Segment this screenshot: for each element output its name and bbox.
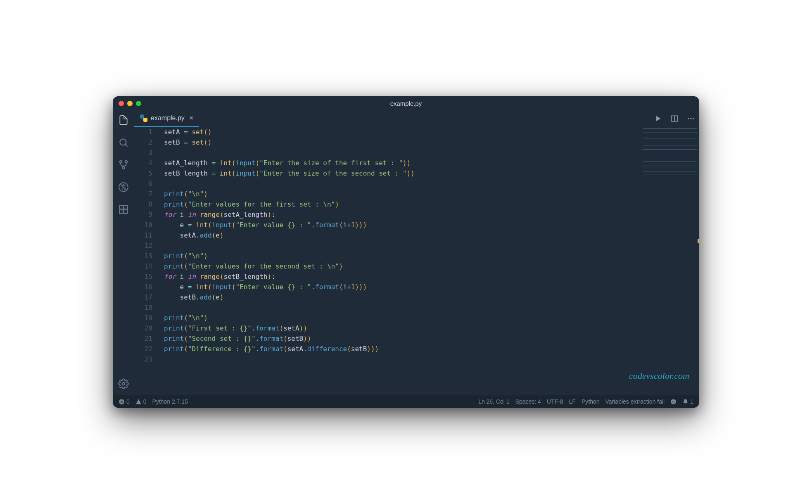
- line-number: 4: [134, 158, 164, 168]
- code-line[interactable]: 17 setB.add(e): [134, 292, 699, 302]
- code-content[interactable]: setA.add(e): [164, 230, 224, 240]
- code-line[interactable]: 2setB = set(): [134, 137, 699, 147]
- search-icon[interactable]: [118, 137, 129, 148]
- line-number: 8: [134, 199, 164, 209]
- tab-close-icon[interactable]: ×: [188, 114, 193, 122]
- code-line[interactable]: 1setA = set(): [134, 127, 699, 137]
- code-line[interactable]: 14print("Enter values for the second set…: [134, 261, 699, 271]
- status-encoding[interactable]: UTF-8: [547, 398, 563, 405]
- code-content[interactable]: setA_length = int(input("Enter the size …: [164, 158, 411, 168]
- code-content[interactable]: print("\n"): [164, 251, 208, 261]
- svg-rect-7: [119, 205, 123, 209]
- code-line[interactable]: 12: [134, 240, 699, 251]
- svg-point-16: [693, 118, 694, 119]
- code-line[interactable]: 16 e = int(input("Enter value {} : ".for…: [134, 282, 699, 292]
- editor-area: example.py × 1setA = set()2setB = set()3…: [134, 110, 699, 395]
- tabs-row: example.py ×: [134, 110, 699, 127]
- line-number: 21: [134, 333, 164, 344]
- code-line[interactable]: 13print("\n"): [134, 251, 699, 261]
- minimize-window-button[interactable]: [127, 101, 133, 106]
- code-line[interactable]: 11 setA.add(e): [134, 230, 699, 240]
- code-line[interactable]: 19print("\n"): [134, 313, 699, 323]
- line-number: 16: [134, 282, 164, 292]
- more-actions-icon[interactable]: [687, 114, 695, 123]
- status-language[interactable]: Python: [582, 398, 600, 405]
- explorer-icon[interactable]: [118, 114, 129, 126]
- split-editor-icon[interactable]: [670, 114, 679, 123]
- line-number: 6: [134, 178, 164, 189]
- code-content[interactable]: print("First set : {}".format(setA)): [164, 323, 307, 333]
- code-content[interactable]: e = int(input("Enter value {} : ".format…: [164, 220, 367, 230]
- overview-ruler-mark: [698, 239, 699, 243]
- status-notifications[interactable]: 1: [682, 398, 693, 405]
- line-number: 2: [134, 137, 164, 147]
- source-control-icon[interactable]: [118, 159, 129, 171]
- svg-point-14: [688, 118, 689, 119]
- svg-point-19: [672, 401, 673, 402]
- code-line[interactable]: 15for i in range(setB_length):: [134, 271, 699, 282]
- traffic-lights: [119, 101, 141, 106]
- line-number: 17: [134, 292, 164, 302]
- status-errors[interactable]: 0: [119, 398, 130, 405]
- status-cursor-position[interactable]: Ln 26, Col 1: [478, 398, 510, 405]
- line-number: 20: [134, 323, 164, 333]
- code-content[interactable]: print("Second set : {}".format(setB)): [164, 333, 311, 344]
- status-feedback-icon[interactable]: [670, 399, 677, 405]
- code-content[interactable]: setB_length = int(input("Enter the size …: [164, 168, 415, 178]
- debug-disabled-icon[interactable]: [118, 181, 129, 193]
- line-number: 1: [134, 127, 164, 137]
- code-content[interactable]: print("Enter values for the first set : …: [164, 199, 339, 209]
- line-number: 5: [134, 168, 164, 178]
- line-number: 23: [134, 354, 164, 364]
- code-line[interactable]: 20print("First set : {}".format(setA)): [134, 323, 699, 333]
- minimap[interactable]: [643, 128, 697, 178]
- svg-line-1: [125, 144, 127, 146]
- svg-rect-10: [124, 210, 128, 214]
- status-warnings[interactable]: 0: [135, 398, 147, 405]
- status-eol[interactable]: LF: [569, 398, 576, 405]
- code-line[interactable]: 6: [134, 178, 699, 189]
- settings-gear-icon[interactable]: [118, 378, 129, 390]
- svg-point-2: [120, 161, 122, 163]
- tab-example-py[interactable]: example.py ×: [134, 110, 199, 127]
- line-number: 7: [134, 189, 164, 199]
- svg-point-11: [122, 383, 125, 385]
- code-line[interactable]: 23: [134, 354, 699, 364]
- line-number: 22: [134, 344, 164, 354]
- code-line[interactable]: 21print("Second set : {}".format(setB)): [134, 333, 699, 344]
- status-indentation[interactable]: Spaces: 4: [515, 398, 541, 405]
- code-line[interactable]: 4setA_length = int(input("Enter the size…: [134, 158, 699, 168]
- status-bar: 0 0 Python 2.7.15 Ln 26, Col 1 Spaces: 4…: [113, 395, 699, 408]
- code-line[interactable]: 3: [134, 147, 699, 158]
- code-content[interactable]: print("\n"): [164, 313, 208, 323]
- code-line[interactable]: 7print("\n"): [134, 189, 699, 199]
- status-python-version[interactable]: Python 2.7.15: [152, 398, 188, 405]
- code-content[interactable]: print("Difference : {}".format(setA.diff…: [164, 344, 379, 354]
- extensions-icon[interactable]: [118, 204, 129, 215]
- code-editor[interactable]: 1setA = set()2setB = set()34setA_length …: [134, 127, 699, 395]
- code-line[interactable]: 9for i in range(setA_length):: [134, 209, 699, 220]
- svg-point-3: [125, 161, 127, 163]
- maximize-window-button[interactable]: [136, 101, 141, 106]
- code-line[interactable]: 10 e = int(input("Enter value {} : ".for…: [134, 220, 699, 230]
- code-line[interactable]: 22print("Difference : {}".format(setA.di…: [134, 344, 699, 354]
- code-content[interactable]: print("\n"): [164, 189, 208, 199]
- python-file-icon: [140, 114, 147, 122]
- code-line[interactable]: 5setB_length = int(input("Enter the size…: [134, 168, 699, 178]
- run-icon[interactable]: [654, 114, 662, 123]
- code-content[interactable]: e = int(input("Enter value {} : ".format…: [164, 282, 367, 292]
- code-content[interactable]: setA = set(): [164, 127, 212, 137]
- code-content[interactable]: setB.add(e): [164, 292, 224, 302]
- line-number: 13: [134, 251, 164, 261]
- code-content[interactable]: setB = set(): [164, 137, 212, 147]
- status-variables[interactable]: Variables extraction fail: [605, 398, 665, 405]
- close-window-button[interactable]: [119, 101, 124, 106]
- code-content[interactable]: for i in range(setB_length):: [164, 271, 275, 282]
- code-line[interactable]: 18: [134, 302, 699, 313]
- code-line[interactable]: 8print("Enter values for the first set :…: [134, 199, 699, 209]
- line-number: 18: [134, 302, 164, 313]
- svg-point-4: [122, 167, 124, 169]
- code-content[interactable]: for i in range(setA_length):: [164, 209, 275, 220]
- svg-point-15: [690, 118, 691, 119]
- code-content[interactable]: print("Enter values for the second set :…: [164, 261, 343, 271]
